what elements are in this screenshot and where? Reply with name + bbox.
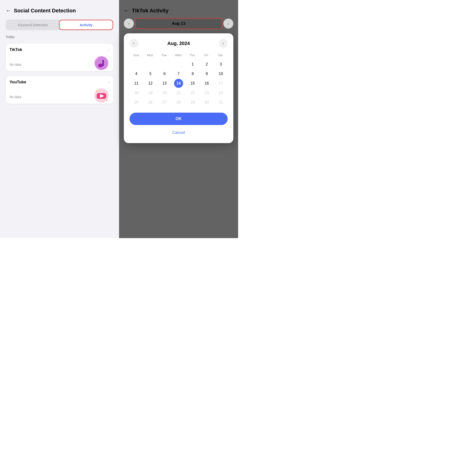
cal-day-31[interactable]: 31	[216, 98, 225, 107]
cal-day-19[interactable]: 19	[146, 88, 155, 97]
tiktok-card-body: No data ✦ ✦	[10, 55, 110, 71]
svg-text:★: ★	[95, 89, 98, 92]
left-title: Social Content Detection	[14, 8, 76, 14]
cal-day-empty	[174, 60, 183, 69]
ok-button[interactable]: OK	[130, 113, 228, 125]
date-display[interactable]: Aug 13	[136, 19, 221, 28]
cal-label-thu: Thu.	[186, 52, 200, 58]
cal-day-10[interactable]: 10	[216, 69, 225, 78]
youtube-app-name: YouTube	[10, 80, 26, 85]
cal-day-4[interactable]: 4	[132, 69, 141, 78]
cal-day-29[interactable]: 29	[188, 98, 197, 107]
cal-day-12[interactable]: 12	[146, 79, 155, 88]
right-panel: ← TikTok Activity ‹ Aug 13 › ‹ Aug. 2024…	[119, 0, 238, 238]
tiktok-card-header: TikTok ›	[10, 47, 110, 52]
cal-day-11[interactable]: 11	[132, 79, 141, 88]
cal-label-sun: Sun.	[130, 52, 144, 58]
cal-day-26[interactable]: 26	[146, 98, 155, 107]
svg-text:✦: ✦	[96, 57, 98, 60]
cal-label-sat: Sat.	[214, 52, 228, 58]
youtube-card: YouTube › No data ★ ★	[6, 76, 113, 103]
cal-day-27[interactable]: 27	[160, 98, 169, 107]
cal-day-14[interactable]: 14	[174, 79, 183, 88]
svg-text:✦: ✦	[105, 67, 107, 69]
date-prev-button[interactable]: ‹	[124, 18, 134, 29]
youtube-icon: ★ ★	[93, 87, 110, 103]
youtube-card-header: YouTube ›	[10, 80, 110, 85]
cal-day-24[interactable]: 24	[216, 88, 225, 97]
svg-rect-3	[102, 60, 104, 66]
cal-day-empty	[160, 60, 169, 69]
tiktok-icon: ✦ ✦	[93, 55, 110, 71]
cal-label-mon: Mon.	[144, 52, 158, 58]
cal-day-23[interactable]: 23	[202, 88, 211, 97]
cancel-button[interactable]: Cancel	[130, 128, 228, 137]
cal-day-empty	[132, 60, 141, 69]
tiktok-card: TikTok › No data ✦ ✦	[6, 44, 113, 71]
youtube-card-body: No data ★ ★	[10, 87, 110, 103]
tab-activity[interactable]: Activity	[60, 20, 112, 29]
calendar-modal: ‹ Aug. 2024 › Sun. Mon. Tue. Wed. Thu. F…	[124, 33, 233, 143]
tab-keyword-detection[interactable]: Keyword Detection	[7, 20, 59, 29]
cal-label-wed: Wed.	[172, 52, 186, 58]
cal-day-6[interactable]: 6	[160, 69, 169, 78]
tiktok-app-name: TikTok	[10, 47, 22, 52]
youtube-chevron-icon[interactable]: ›	[108, 80, 110, 84]
calendar-actions: OK Cancel	[130, 113, 228, 137]
tiktok-chevron-icon[interactable]: ›	[108, 48, 110, 52]
svg-text:★: ★	[106, 99, 108, 102]
cal-day-5[interactable]: 5	[146, 69, 155, 78]
date-nav: ‹ Aug 13 ›	[119, 18, 238, 33]
cal-day-empty	[146, 60, 155, 69]
cal-day-3[interactable]: 3	[216, 60, 225, 69]
cal-day-8[interactable]: 8	[188, 69, 197, 78]
date-next-button[interactable]: ›	[223, 18, 233, 29]
cal-month-year-label: Aug. 2024	[167, 41, 190, 46]
right-back-button[interactable]: ←	[124, 8, 129, 14]
cal-day-28[interactable]: 28	[174, 98, 183, 107]
cal-day-30[interactable]: 30	[202, 98, 211, 107]
right-title: TikTok Activity	[132, 8, 169, 14]
left-panel: ← Social Content Detection Keyword Detec…	[0, 0, 119, 238]
section-today-label: Today	[6, 35, 113, 39]
cal-label-tue: Tue.	[158, 52, 172, 58]
youtube-no-data: No data	[10, 95, 21, 103]
cal-day-9[interactable]: 9	[202, 69, 211, 78]
cal-day-2[interactable]: 2	[202, 60, 211, 69]
cal-day-20[interactable]: 20	[160, 88, 169, 97]
cal-next-month-button[interactable]: ›	[219, 39, 228, 48]
cal-day-18[interactable]: 18	[132, 88, 141, 97]
cal-day-25[interactable]: 25	[132, 98, 141, 107]
tab-switcher: Keyword Detection Activity	[6, 19, 113, 30]
left-back-button[interactable]: ←	[6, 8, 11, 14]
cal-day-22[interactable]: 22	[188, 88, 197, 97]
cal-day-16[interactable]: 16	[202, 79, 211, 88]
calendar-header: ‹ Aug. 2024 ›	[130, 39, 228, 48]
svg-point-2	[98, 64, 103, 68]
cal-day-15[interactable]: 15	[188, 79, 197, 88]
left-header: ← Social Content Detection	[6, 8, 113, 14]
cal-days-grid: 1 2 3 4 5 6 7 8 9 10 11 12 13 14 15 16 1…	[130, 60, 228, 107]
cal-label-fri: Fri.	[200, 52, 214, 58]
cal-day-1[interactable]: 1	[188, 60, 197, 69]
cal-day-17[interactable]: 17	[216, 79, 225, 88]
cal-day-7[interactable]: 7	[174, 69, 183, 78]
cal-day-21[interactable]: 21	[174, 88, 183, 97]
cal-prev-month-button[interactable]: ‹	[130, 39, 138, 48]
cal-day-13[interactable]: 13	[160, 79, 169, 88]
right-header: ← TikTok Activity	[119, 0, 238, 18]
tiktok-no-data: No data	[10, 63, 21, 71]
calendar-grid: Sun. Mon. Tue. Wed. Thu. Fri. Sat. 1 2 3…	[130, 52, 228, 107]
cal-days-header: Sun. Mon. Tue. Wed. Thu. Fri. Sat.	[130, 52, 228, 58]
